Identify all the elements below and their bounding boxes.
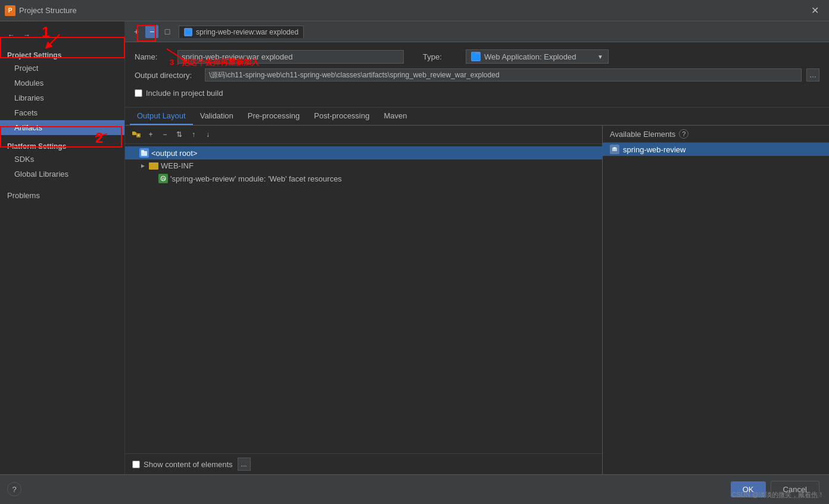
panel-remove-button[interactable]: − (158, 128, 172, 141)
name-label: Name: (135, 52, 170, 61)
browse-button[interactable]: … (806, 68, 819, 82)
content-area: + − □ spring-web-review:war exploded Nam… (125, 21, 829, 474)
sidebar: ← → Project Settings Project Modules Lib… (0, 21, 125, 474)
main-layout: ← → Project Settings Project Modules Lib… (0, 21, 829, 474)
sidebar-item-facets[interactable]: Facets (0, 105, 124, 120)
tree-item-facet-resources[interactable]: W 'spring-web-review' module: 'Web' face… (125, 172, 602, 185)
available-item-label: spring-web-review (623, 145, 685, 154)
sidebar-item-global-libraries[interactable]: Global Libraries (0, 167, 124, 181)
content-split: + + − ⇅ ↑ ↓ (125, 126, 829, 474)
panel-add-dir-button[interactable]: + (130, 128, 143, 141)
artifact-toolbar: + − □ spring-web-review:war exploded (125, 21, 829, 42)
available-elements-label: Available Elements (610, 130, 675, 139)
tabs-bar: Output Layout Validation Pre-processing … (125, 108, 829, 126)
panel-up-button[interactable]: ↑ (187, 128, 200, 141)
svg-rect-5 (132, 132, 135, 133)
svg-text:W: W (162, 177, 166, 181)
close-button[interactable]: ✕ (808, 4, 822, 18)
type-dropdown[interactable]: Web Application: Exploded ▼ (466, 49, 609, 64)
tab-pre-processing[interactable]: Pre-processing (241, 108, 307, 125)
output-dir-row: Output directory: … (135, 68, 819, 82)
footer: ? OK Cancel (0, 474, 829, 504)
cancel-button[interactable]: Cancel (771, 481, 819, 498)
title-bar-icon: P (5, 5, 15, 16)
web-inf-label: WEB-INF (161, 161, 194, 170)
sidebar-item-artifacts[interactable]: Artifacts (0, 120, 124, 135)
tab-output-layout[interactable]: Output Layout (130, 108, 193, 125)
sidebar-nav-row: ← → (0, 26, 124, 44)
include-build-row: Include in project build (135, 86, 819, 100)
svg-rect-1 (186, 30, 188, 32)
title-bar: P Project Structure ✕ (0, 0, 829, 21)
expander-icon (130, 149, 137, 156)
sidebar-item-modules[interactable]: Modules (0, 76, 124, 90)
output-dir-input[interactable] (205, 68, 802, 82)
include-build-checkbox[interactable] (135, 89, 142, 97)
show-content-more-button[interactable]: ... (238, 458, 251, 471)
left-panel: + + − ⇅ ↑ ↓ (125, 126, 603, 474)
available-header: Available Elements ? (603, 126, 829, 143)
show-content-row: Show content of elements (132, 460, 233, 469)
tree-area: <output root> ► WEB-INF (125, 144, 602, 453)
remove-artifact-button[interactable]: − (145, 25, 158, 38)
ok-button[interactable]: OK (731, 481, 766, 497)
svg-rect-9 (141, 150, 144, 152)
bottom-bar: Show content of elements ... (125, 453, 602, 474)
nav-back-button[interactable]: ← (5, 29, 18, 42)
sidebar-item-sdks[interactable]: SDKs (0, 152, 124, 167)
add-artifact-button[interactable]: + (130, 25, 143, 38)
tree-item-output-root[interactable]: <output root> (125, 146, 602, 159)
nav-forward-button[interactable]: → (20, 29, 33, 42)
panel-sort-button[interactable]: ⇅ (173, 128, 186, 141)
facet-resources-label: 'spring-web-review' module: 'Web' facet … (170, 174, 342, 183)
form-area: Name: Type: Web Application: Exploded ▼ … (125, 42, 829, 108)
tree-item-web-inf[interactable]: ► WEB-INF (125, 159, 602, 172)
sidebar-item-libraries[interactable]: Libraries (0, 90, 124, 105)
folder-icon (149, 162, 158, 170)
help-button[interactable]: ? (7, 482, 21, 496)
tab-post-processing[interactable]: Post-processing (307, 108, 376, 125)
svg-rect-13 (613, 147, 616, 149)
artifact-tab-label: spring-web-review:war exploded (196, 28, 298, 36)
show-content-label[interactable]: Show content of elements (144, 460, 233, 469)
include-build-label[interactable]: Include in project build (146, 89, 223, 98)
output-root-label: <output root> (151, 149, 197, 158)
right-panel: Available Elements ? spring-web-review (603, 126, 829, 474)
type-label: Type: (423, 52, 459, 61)
facet-icon: W (158, 174, 168, 183)
web-inf-expander-icon: ► (139, 162, 147, 170)
panel-down-button[interactable]: ↓ (201, 128, 214, 141)
name-row: Name: Type: Web Application: Exploded ▼ (135, 49, 819, 64)
title-bar-title: Project Structure (19, 6, 77, 15)
tab-validation[interactable]: Validation (193, 108, 241, 125)
type-value: Web Application: Exploded (484, 52, 576, 61)
copy-artifact-button[interactable]: □ (161, 25, 174, 38)
svg-rect-3 (472, 52, 475, 55)
module-icon (610, 145, 619, 154)
facet-expander-icon (149, 175, 156, 182)
output-root-icon (139, 148, 149, 158)
available-item-spring-web-review[interactable]: spring-web-review (603, 143, 829, 156)
available-help-icon: ? (679, 129, 688, 139)
project-settings-label: Project Settings (0, 49, 124, 61)
name-input[interactable] (177, 50, 404, 64)
artifact-tab-icon (184, 28, 192, 36)
sidebar-item-problems[interactable]: Problems (0, 186, 124, 203)
tab-maven[interactable]: Maven (376, 108, 414, 125)
panel-toolbar: + + − ⇅ ↑ ↓ (125, 126, 602, 144)
dropdown-arrow-icon: ▼ (597, 54, 603, 60)
artifact-tab[interactable]: spring-web-review:war exploded (179, 26, 304, 38)
panel-add-button[interactable]: + (144, 128, 157, 141)
sidebar-item-project[interactable]: Project (0, 61, 124, 76)
platform-settings-label: Platform Settings (0, 137, 124, 152)
output-dir-label: Output directory: (135, 71, 200, 80)
svg-text:+: + (137, 133, 140, 138)
type-icon (471, 52, 481, 61)
show-content-checkbox[interactable] (132, 461, 140, 468)
